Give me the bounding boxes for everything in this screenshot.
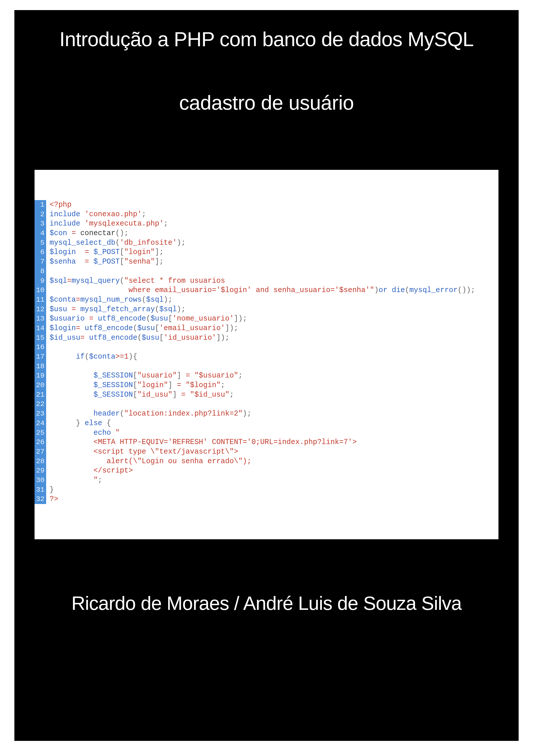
code-line: </script> <box>50 466 491 475</box>
line-number: 13 <box>36 314 44 324</box>
line-number: 8 <box>36 267 44 276</box>
line-number: 21 <box>36 390 44 400</box>
code-line: $_SESSION["usuario"] = "$usuario"; <box>50 371 491 381</box>
cover-title: Introdução a PHP com banco de dados MySQ… <box>60 28 474 51</box>
code-line: include 'mysqlexecuta.php'; <box>50 219 491 229</box>
line-number: 24 <box>36 418 44 428</box>
code-line: $_SESSION["id_usu"] = "$id_usu"; <box>50 390 491 400</box>
code-line: } <box>50 485 491 495</box>
line-number: 26 <box>36 438 44 447</box>
line-number: 27 <box>36 447 44 457</box>
cover-subtitle: cadastro de usuário <box>179 91 354 114</box>
line-number: 30 <box>36 475 44 485</box>
line-number: 11 <box>36 295 44 305</box>
line-number: 19 <box>36 371 44 381</box>
code-line <box>50 362 491 371</box>
code-line <box>50 267 491 276</box>
code-line <box>50 342 491 352</box>
code-line: <?php <box>50 200 491 210</box>
code-line: header("location:index.php?link=2"); <box>50 409 491 418</box>
code-line: echo " <box>50 428 491 438</box>
code-line: $senha = $_POST["senha"]; <box>50 257 491 267</box>
code-line: include 'conexao.php'; <box>50 210 491 219</box>
line-number: 7 <box>36 257 44 267</box>
code-line: <META HTTP-EQUIV='REFRESH' CONTENT='0;UR… <box>50 438 491 447</box>
code-line: where email_usuario='$login' and senha_u… <box>50 285 491 295</box>
code-line: $login = $_POST["login"]; <box>50 248 491 257</box>
line-number-gutter: 1234567891011121314151617181920212223242… <box>35 200 46 504</box>
line-number: 32 <box>36 495 44 504</box>
line-number: 4 <box>36 229 44 238</box>
line-number: 16 <box>36 342 44 352</box>
code-line: $usuario = utf8_encode($usu['nome_usuari… <box>50 314 491 324</box>
line-number: 20 <box>36 381 44 390</box>
code-area: <?phpinclude 'conexao.php';include 'mysq… <box>50 200 491 504</box>
code-line: ?> <box>50 495 491 504</box>
code-line: $usu = mysql_fetch_array($sql); <box>50 305 491 314</box>
code-line <box>50 399 491 409</box>
line-number: 3 <box>36 219 44 229</box>
code-editor-screenshot: 1234567891011121314151617181920212223242… <box>35 170 498 539</box>
line-number: 29 <box>36 466 44 475</box>
line-number: 1 <box>36 200 44 210</box>
line-number: 9 <box>36 276 44 286</box>
line-number: 14 <box>36 324 44 333</box>
code-line: $con = conectar(); <box>50 229 491 238</box>
line-number: 5 <box>36 238 44 248</box>
code-line: $sql=mysql_query("select * from usuarios <box>50 276 491 286</box>
line-number: 23 <box>36 409 44 418</box>
code-line: "; <box>50 475 491 485</box>
code-line: $conta=mysql_num_rows($sql); <box>50 295 491 305</box>
code-line: alert(\"Login ou senha errado\"); <box>50 457 491 466</box>
code-line: $id_usu= utf8_encode($usu['id_usuario'])… <box>50 333 491 343</box>
code-line: mysql_select_db('db_infosite'); <box>50 238 491 248</box>
line-number: 25 <box>36 428 44 438</box>
line-number: 12 <box>36 305 44 314</box>
line-number: 10 <box>36 285 44 295</box>
line-number: 2 <box>36 210 44 219</box>
line-number: 15 <box>36 333 44 343</box>
line-number: 22 <box>36 399 44 409</box>
cover-authors: Ricardo de Moraes / André Luis de Souza … <box>71 592 462 614</box>
code-line: $login= utf8_encode($usu['email_usuario'… <box>50 324 491 333</box>
line-number: 17 <box>36 352 44 362</box>
line-number: 18 <box>36 362 44 371</box>
line-number: 6 <box>36 248 44 257</box>
code-line: } else { <box>50 418 491 428</box>
code-line: <script type \"text/javascript\"> <box>50 447 491 457</box>
code-line: if($conta>=1){ <box>50 352 491 362</box>
code-line: $_SESSION["login"] = "$login"; <box>50 381 491 390</box>
line-number: 31 <box>36 485 44 495</box>
book-cover: Introdução a PHP com banco de dados MySQ… <box>14 10 519 741</box>
line-number: 28 <box>36 457 44 466</box>
